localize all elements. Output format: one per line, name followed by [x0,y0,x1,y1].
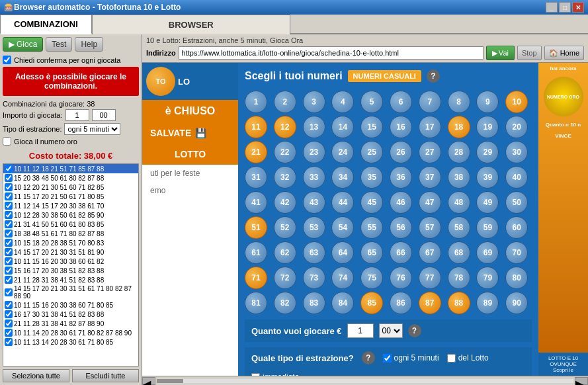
number-cell-49[interactable]: 49 [476,191,499,214]
combo-list[interactable]: 10 11 12 18 21 51 71 85 87 88 15 20 38 4… [3,163,139,366]
list-item[interactable]: 10 15 18 20 28 38 51 70 80 83 [3,238,138,247]
importo-input[interactable] [65,109,89,121]
number-cell-48[interactable]: 48 [448,191,470,214]
number-cell-59[interactable]: 59 [476,216,499,239]
salvate-bar[interactable]: SALVATE 💾 [142,122,238,144]
help-button-lotto[interactable]: ? [427,69,440,83]
number-cell-10[interactable]: 10 [505,91,528,113]
number-cell-27[interactable]: 27 [419,141,441,163]
list-item[interactable]: 14 15 17 20 21 30 31 51 81 90 [3,247,138,257]
extraction-option-5min[interactable]: ogni 5 minuti [383,353,439,363]
number-cell-73[interactable]: 73 [303,267,325,289]
amount-help-button[interactable]: ? [408,324,421,337]
number-cell-84[interactable]: 84 [331,292,354,314]
number-cell-81[interactable]: 81 [245,292,267,314]
number-cell-65[interactable]: 65 [360,241,383,264]
number-cell-66[interactable]: 66 [390,241,412,264]
number-cell-51[interactable]: 51 [245,216,267,239]
number-cell-53[interactable]: 53 [303,216,325,239]
list-item[interactable]: 15 20 38 48 50 61 80 82 87 88 [3,173,138,183]
number-cell-62[interactable]: 62 [274,241,296,264]
number-cell-30[interactable]: 30 [505,141,528,163]
list-item[interactable]: 15 16 17 20 30 38 51 82 83 88 [3,266,138,275]
number-cell-67[interactable]: 67 [419,241,441,264]
scrollbar-right[interactable]: ▶ [575,377,588,385]
scrollbar-left[interactable]: ◀ [142,377,155,385]
lotto-nav-bar[interactable]: LOTTO [142,144,238,165]
number-cell-40[interactable]: 40 [505,166,528,189]
number-cell-45[interactable]: 45 [360,191,383,214]
importo-cents-input[interactable] [92,109,116,121]
escludi-tutte-button[interactable]: Escludi tutte [72,369,139,382]
number-cell-50[interactable]: 50 [505,191,528,214]
list-item[interactable]: 10 11 13 14 20 28 30 61 71 80 85 [3,337,138,347]
url-input[interactable] [179,46,483,60]
number-cell-64[interactable]: 64 [331,241,354,264]
number-cell-82[interactable]: 82 [274,292,296,314]
number-cell-14[interactable]: 14 [331,116,354,138]
number-cell-54[interactable]: 54 [331,216,354,239]
number-cell-55[interactable]: 55 [360,216,383,239]
number-cell-88[interactable]: 88 [448,292,470,314]
gioca-button[interactable]: ▶ Gioca [3,37,43,52]
number-cell-18[interactable]: 18 [448,116,470,138]
number-cell-25[interactable]: 25 [360,141,383,163]
number-cell-35[interactable]: 35 [360,166,383,189]
number-cell-4[interactable]: 4 [331,91,354,113]
minimize-button[interactable]: _ [546,2,558,13]
number-cell-26[interactable]: 26 [390,141,412,163]
number-cell-12[interactable]: 12 [274,116,296,138]
numero-oro-checkbox[interactable] [3,137,11,146]
number-cell-77[interactable]: 77 [419,267,441,289]
list-item[interactable]: 10 11 14 20 28 30 61 71 80 82 87 88 90 [3,328,138,337]
list-item[interactable]: 21 11 28 31 38 41 82 87 88 90 [3,319,138,328]
number-cell-86[interactable]: 86 [390,292,412,314]
test-button[interactable]: Test [46,37,72,52]
amount-input[interactable] [347,323,374,338]
number-cell-8[interactable]: 8 [448,91,470,113]
number-cell-19[interactable]: 19 [476,116,499,138]
number-cell-76[interactable]: 76 [390,267,412,289]
number-cell-36[interactable]: 36 [390,166,412,189]
number-cell-29[interactable]: 29 [476,141,499,163]
number-cell-22[interactable]: 22 [274,141,296,163]
number-cell-75[interactable]: 75 [360,267,383,289]
confirm-checkbox[interactable] [3,56,11,64]
number-cell-6[interactable]: 6 [390,91,412,113]
number-cell-31[interactable]: 31 [245,166,267,189]
number-cell-41[interactable]: 41 [245,191,267,214]
vai-button[interactable]: ▶ Vai [486,46,515,60]
number-cell-16[interactable]: 16 [390,116,412,138]
number-cell-60[interactable]: 60 [505,216,528,239]
number-cell-70[interactable]: 70 [505,241,528,264]
number-cell-89[interactable]: 89 [476,292,499,314]
number-cell-56[interactable]: 56 [390,216,412,239]
list-item[interactable]: 10 12 20 21 30 51 60 71 82 85 [3,183,138,192]
number-cell-42[interactable]: 42 [274,191,296,214]
tab-browser[interactable]: BROWSER [92,15,290,34]
number-cell-85[interactable]: 85 [360,292,383,314]
number-cell-38[interactable]: 38 [448,166,470,189]
number-cell-69[interactable]: 69 [476,241,499,264]
number-cell-32[interactable]: 32 [274,166,296,189]
number-cell-7[interactable]: 7 [419,91,441,113]
number-cell-47[interactable]: 47 [419,191,441,214]
number-cell-52[interactable]: 52 [274,216,296,239]
number-cell-46[interactable]: 46 [390,191,412,214]
number-cell-43[interactable]: 43 [303,191,325,214]
list-item[interactable]: 10 12 28 30 38 50 61 82 85 90 [3,210,138,220]
number-cell-21[interactable]: 21 [245,141,267,163]
list-item[interactable]: 21 11 28 31 38 41 51 82 83 88 [3,275,138,284]
maximize-button[interactable]: □ [559,2,571,13]
number-cell-33[interactable]: 33 [303,166,325,189]
horizontal-scrollbar[interactable]: ◀ ▶ [142,376,588,385]
seleziona-tutte-button[interactable]: Seleziona tutte [3,369,69,382]
home-button[interactable]: 🏠 Home [544,46,584,60]
number-cell-1[interactable]: 1 [245,91,267,113]
number-cell-79[interactable]: 79 [476,267,499,289]
number-cell-78[interactable]: 78 [448,267,470,289]
list-item[interactable]: 10 11 15 16 20 30 38 60 71 80 85 [3,300,138,310]
number-cell-11[interactable]: 11 [245,116,267,138]
list-item[interactable]: 16 17 30 31 38 41 51 82 83 88 [3,310,138,319]
number-cell-63[interactable]: 63 [303,241,325,264]
